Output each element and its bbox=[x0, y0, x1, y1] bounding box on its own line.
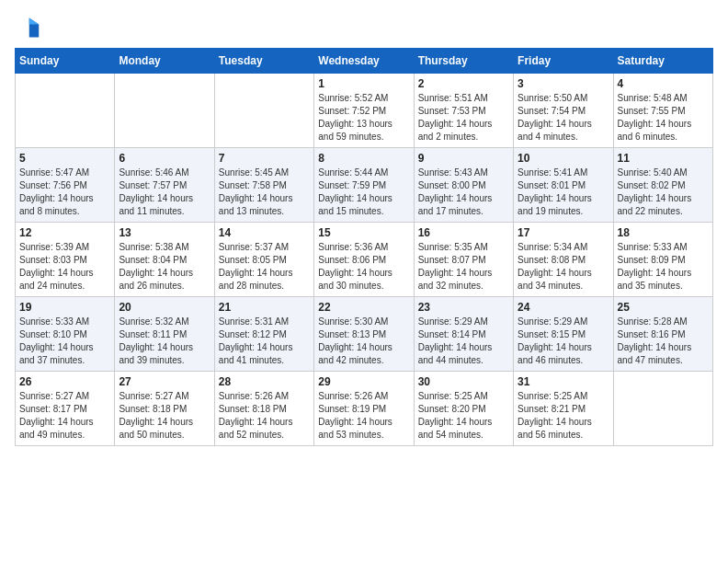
calendar-day-cell: 14Sunrise: 5:37 AM Sunset: 8:05 PM Dayli… bbox=[214, 223, 313, 297]
calendar-day-cell: 20Sunrise: 5:32 AM Sunset: 8:11 PM Dayli… bbox=[115, 297, 214, 372]
calendar-day-cell: 8Sunrise: 5:44 AM Sunset: 7:59 PM Daylig… bbox=[314, 148, 414, 223]
day-number: 3 bbox=[518, 77, 609, 90]
day-number: 7 bbox=[219, 152, 310, 165]
day-info: Sunrise: 5:52 AM Sunset: 7:52 PM Dayligh… bbox=[318, 92, 409, 144]
logo bbox=[15, 15, 44, 40]
calendar-day-cell: 30Sunrise: 5:25 AM Sunset: 8:20 PM Dayli… bbox=[414, 372, 513, 446]
day-of-week-header: Wednesday bbox=[314, 49, 414, 74]
day-info: Sunrise: 5:29 AM Sunset: 8:15 PM Dayligh… bbox=[518, 316, 609, 367]
calendar-day-cell: 10Sunrise: 5:41 AM Sunset: 8:01 PM Dayli… bbox=[514, 148, 613, 223]
day-info: Sunrise: 5:48 AM Sunset: 7:55 PM Dayligh… bbox=[618, 92, 709, 144]
day-of-week-header: Tuesday bbox=[214, 49, 313, 74]
day-info: Sunrise: 5:29 AM Sunset: 8:14 PM Dayligh… bbox=[418, 316, 509, 367]
calendar-day-cell: 17Sunrise: 5:34 AM Sunset: 8:08 PM Dayli… bbox=[514, 223, 613, 297]
calendar-week-row: 5Sunrise: 5:47 AM Sunset: 7:56 PM Daylig… bbox=[16, 148, 713, 223]
day-number: 31 bbox=[518, 375, 609, 388]
day-info: Sunrise: 5:35 AM Sunset: 8:07 PM Dayligh… bbox=[418, 241, 509, 293]
day-info: Sunrise: 5:25 AM Sunset: 8:21 PM Dayligh… bbox=[518, 390, 609, 442]
day-number: 22 bbox=[318, 301, 409, 314]
day-info: Sunrise: 5:28 AM Sunset: 8:16 PM Dayligh… bbox=[618, 316, 709, 367]
day-number: 6 bbox=[119, 152, 210, 165]
day-number: 12 bbox=[19, 226, 110, 239]
day-info: Sunrise: 5:43 AM Sunset: 8:00 PM Dayligh… bbox=[418, 167, 509, 218]
calendar-day-cell: 6Sunrise: 5:46 AM Sunset: 7:57 PM Daylig… bbox=[115, 148, 214, 223]
calendar-day-cell: 31Sunrise: 5:25 AM Sunset: 8:21 PM Dayli… bbox=[514, 372, 613, 446]
calendar-day-cell: 28Sunrise: 5:26 AM Sunset: 8:18 PM Dayli… bbox=[214, 372, 313, 446]
calendar-day-cell: 2Sunrise: 5:51 AM Sunset: 7:53 PM Daylig… bbox=[414, 74, 513, 148]
calendar-day-cell bbox=[214, 74, 313, 148]
day-info: Sunrise: 5:33 AM Sunset: 8:10 PM Dayligh… bbox=[19, 316, 110, 367]
calendar-day-cell: 21Sunrise: 5:31 AM Sunset: 8:12 PM Dayli… bbox=[214, 297, 313, 372]
day-info: Sunrise: 5:46 AM Sunset: 7:57 PM Dayligh… bbox=[119, 167, 210, 218]
day-of-week-header: Thursday bbox=[414, 49, 513, 74]
day-info: Sunrise: 5:41 AM Sunset: 8:01 PM Dayligh… bbox=[518, 167, 609, 218]
day-number: 11 bbox=[618, 152, 709, 165]
day-number: 13 bbox=[119, 226, 210, 239]
day-info: Sunrise: 5:25 AM Sunset: 8:20 PM Dayligh… bbox=[418, 390, 509, 442]
calendar-day-cell bbox=[613, 372, 712, 446]
day-number: 17 bbox=[518, 226, 609, 239]
day-info: Sunrise: 5:39 AM Sunset: 8:03 PM Dayligh… bbox=[19, 241, 110, 293]
day-info: Sunrise: 5:36 AM Sunset: 8:06 PM Dayligh… bbox=[318, 241, 409, 293]
calendar-day-cell: 25Sunrise: 5:28 AM Sunset: 8:16 PM Dayli… bbox=[613, 297, 712, 372]
calendar-day-cell: 23Sunrise: 5:29 AM Sunset: 8:14 PM Dayli… bbox=[414, 297, 513, 372]
day-info: Sunrise: 5:33 AM Sunset: 8:09 PM Dayligh… bbox=[618, 241, 709, 293]
day-info: Sunrise: 5:31 AM Sunset: 8:12 PM Dayligh… bbox=[219, 316, 310, 367]
day-info: Sunrise: 5:50 AM Sunset: 7:54 PM Dayligh… bbox=[518, 92, 609, 144]
day-number: 23 bbox=[418, 301, 509, 314]
day-info: Sunrise: 5:44 AM Sunset: 7:59 PM Dayligh… bbox=[318, 167, 409, 218]
day-number: 30 bbox=[418, 375, 509, 388]
day-info: Sunrise: 5:30 AM Sunset: 8:13 PM Dayligh… bbox=[318, 316, 409, 367]
day-info: Sunrise: 5:27 AM Sunset: 8:18 PM Dayligh… bbox=[119, 390, 210, 442]
calendar-day-cell: 9Sunrise: 5:43 AM Sunset: 8:00 PM Daylig… bbox=[414, 148, 513, 223]
calendar-day-cell: 1Sunrise: 5:52 AM Sunset: 7:52 PM Daylig… bbox=[314, 74, 414, 148]
day-number: 1 bbox=[318, 77, 409, 90]
calendar-day-cell: 16Sunrise: 5:35 AM Sunset: 8:07 PM Dayli… bbox=[414, 223, 513, 297]
day-of-week-header: Sunday bbox=[16, 49, 115, 74]
calendar-day-cell: 24Sunrise: 5:29 AM Sunset: 8:15 PM Dayli… bbox=[514, 297, 613, 372]
day-of-week-header: Monday bbox=[115, 49, 214, 74]
logo-icon bbox=[15, 15, 40, 40]
calendar-day-cell bbox=[115, 74, 214, 148]
day-info: Sunrise: 5:27 AM Sunset: 8:17 PM Dayligh… bbox=[19, 390, 110, 442]
day-info: Sunrise: 5:37 AM Sunset: 8:05 PM Dayligh… bbox=[219, 241, 310, 293]
day-number: 15 bbox=[318, 226, 409, 239]
calendar-week-row: 12Sunrise: 5:39 AM Sunset: 8:03 PM Dayli… bbox=[16, 223, 713, 297]
calendar-week-row: 1Sunrise: 5:52 AM Sunset: 7:52 PM Daylig… bbox=[16, 74, 713, 148]
day-info: Sunrise: 5:40 AM Sunset: 8:02 PM Dayligh… bbox=[618, 167, 709, 218]
calendar-day-cell: 12Sunrise: 5:39 AM Sunset: 8:03 PM Dayli… bbox=[16, 223, 115, 297]
calendar-day-cell: 7Sunrise: 5:45 AM Sunset: 7:58 PM Daylig… bbox=[214, 148, 313, 223]
calendar-day-cell: 22Sunrise: 5:30 AM Sunset: 8:13 PM Dayli… bbox=[314, 297, 414, 372]
day-info: Sunrise: 5:26 AM Sunset: 8:19 PM Dayligh… bbox=[318, 390, 409, 442]
day-info: Sunrise: 5:51 AM Sunset: 7:53 PM Dayligh… bbox=[418, 92, 509, 144]
day-number: 4 bbox=[618, 77, 709, 90]
calendar-table: SundayMondayTuesdayWednesdayThursdayFrid… bbox=[15, 48, 713, 446]
calendar-day-cell: 27Sunrise: 5:27 AM Sunset: 8:18 PM Dayli… bbox=[115, 372, 214, 446]
day-info: Sunrise: 5:34 AM Sunset: 8:08 PM Dayligh… bbox=[518, 241, 609, 293]
calendar-week-row: 26Sunrise: 5:27 AM Sunset: 8:17 PM Dayli… bbox=[16, 372, 713, 446]
day-number: 24 bbox=[518, 301, 609, 314]
day-info: Sunrise: 5:47 AM Sunset: 7:56 PM Dayligh… bbox=[19, 167, 110, 218]
day-number: 14 bbox=[219, 226, 310, 239]
day-number: 28 bbox=[219, 375, 310, 388]
calendar-day-cell bbox=[16, 74, 115, 148]
day-info: Sunrise: 5:32 AM Sunset: 8:11 PM Dayligh… bbox=[119, 316, 210, 367]
day-info: Sunrise: 5:45 AM Sunset: 7:58 PM Dayligh… bbox=[219, 167, 310, 218]
day-info: Sunrise: 5:38 AM Sunset: 8:04 PM Dayligh… bbox=[119, 241, 210, 293]
calendar-day-cell: 13Sunrise: 5:38 AM Sunset: 8:04 PM Dayli… bbox=[115, 223, 214, 297]
calendar-day-cell: 3Sunrise: 5:50 AM Sunset: 7:54 PM Daylig… bbox=[514, 74, 613, 148]
day-number: 8 bbox=[318, 152, 409, 165]
calendar-day-cell: 15Sunrise: 5:36 AM Sunset: 8:06 PM Dayli… bbox=[314, 223, 414, 297]
calendar-day-cell: 26Sunrise: 5:27 AM Sunset: 8:17 PM Dayli… bbox=[16, 372, 115, 446]
day-number: 25 bbox=[618, 301, 709, 314]
day-info: Sunrise: 5:26 AM Sunset: 8:18 PM Dayligh… bbox=[219, 390, 310, 442]
day-number: 27 bbox=[119, 375, 210, 388]
page-header bbox=[15, 15, 713, 40]
calendar-week-row: 19Sunrise: 5:33 AM Sunset: 8:10 PM Dayli… bbox=[16, 297, 713, 372]
day-of-week-header: Friday bbox=[514, 49, 613, 74]
day-number: 20 bbox=[119, 301, 210, 314]
day-number: 18 bbox=[618, 226, 709, 239]
day-number: 5 bbox=[19, 152, 110, 165]
day-number: 9 bbox=[418, 152, 509, 165]
calendar-day-cell: 5Sunrise: 5:47 AM Sunset: 7:56 PM Daylig… bbox=[16, 148, 115, 223]
